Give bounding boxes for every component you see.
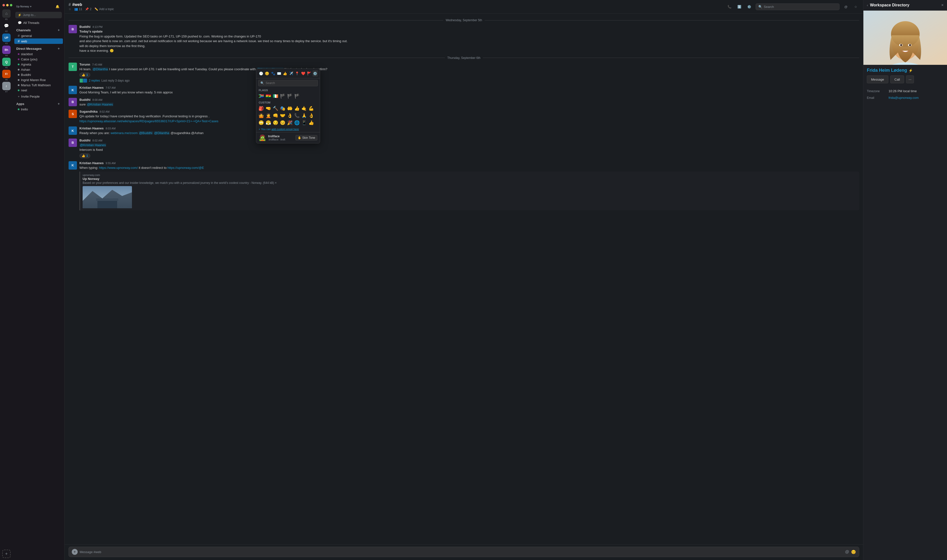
ep-tab-custom[interactable]: ⚙️ <box>313 70 318 77</box>
q-icon[interactable]: Q <box>2 58 11 66</box>
channel-members[interactable]: 👥 11 <box>74 8 82 11</box>
mention-icon[interactable]: @ <box>842 3 849 10</box>
sidebar-item-neel[interactable]: neel <box>14 88 63 93</box>
upnorway-link-1[interactable]: https://www.upnorway.com/ <box>99 166 138 169</box>
emoji-cell[interactable]: 🏴 <box>294 93 300 100</box>
sender-name[interactable]: Kristian Haanes <box>79 86 103 89</box>
add-custom-emoji-link[interactable]: add custom emoji here <box>271 128 299 131</box>
reaction-thumbsup[interactable]: 👍 1 <box>79 72 90 77</box>
up-icon[interactable]: UP <box>2 34 11 42</box>
emoji-cell[interactable]: 💪 <box>308 105 315 112</box>
emoji-cell[interactable]: 🏴 <box>279 93 286 100</box>
maximize-traffic-light[interactable] <box>10 4 12 6</box>
nav-item-home[interactable]: ⌂ #1 <box>2 9 11 20</box>
emoji-cell[interactable]: 🇿🇦 <box>258 93 265 100</box>
close-traffic-light[interactable] <box>3 4 5 6</box>
ep-tab-activity[interactable]: 👍 <box>282 70 288 77</box>
add-dm-button[interactable]: + <box>57 46 61 51</box>
sidebar-item-agneta[interactable]: Agneta <box>14 62 63 67</box>
message-profile-button[interactable]: Message <box>867 75 888 83</box>
skin-tone-button[interactable]: ✋ Skin Tone <box>296 135 317 140</box>
info-icon[interactable]: ℹ️ <box>736 3 743 10</box>
emoji-cell[interactable]: 🙄 <box>258 119 265 126</box>
emoji-cell[interactable]: 🤙 <box>300 105 308 112</box>
home-icon[interactable]: ⌂ <box>2 9 11 18</box>
channels-section-header[interactable]: Channels + <box>13 25 65 33</box>
emoji-cell[interactable]: 😊 <box>279 119 286 126</box>
sender-name[interactable]: Buddhi <box>79 98 91 102</box>
add-topic-button[interactable]: ✏️ Add a topic <box>94 8 114 11</box>
sender-name[interactable]: Kristian Haanes <box>79 126 103 130</box>
ep-tab-smileys[interactable]: 😊 <box>264 70 269 77</box>
nav-item-r[interactable]: r #7 <box>2 82 11 93</box>
invite-people-button[interactable]: + Invite People <box>14 94 63 99</box>
reaction-thumbsup-2[interactable]: 👍 1 <box>79 153 90 158</box>
star-icon[interactable]: ☆ <box>852 3 859 10</box>
thread-replies-count[interactable]: 2 replies <box>89 79 100 82</box>
emoji-cell[interactable]: 👊 <box>272 112 279 119</box>
add-channel-button[interactable]: + <box>57 28 61 32</box>
emoji-cell[interactable]: 😏 <box>272 119 279 126</box>
profile-more-button[interactable]: ··· <box>906 75 914 83</box>
channel-pins[interactable]: 📌 2 <box>85 8 91 11</box>
emoji-picker[interactable]: 🕐 😊 🐾 ✉️ 👍 ✈️ 📍 ❤️ 🚩 ⚙️ 🔍 Flags <box>256 69 320 143</box>
notification-bell-icon[interactable]: 🔔 <box>54 3 61 10</box>
emoji-search-input[interactable] <box>266 82 316 85</box>
back-button[interactable]: ‹ <box>867 3 868 7</box>
emoji-cell[interactable]: 🤲 <box>286 105 293 112</box>
qa-link[interactable]: https://upnorway.atlassian.net/wiki/spac… <box>79 119 218 123</box>
emoji-cell[interactable]: 🌐 <box>294 119 300 126</box>
call-icon[interactable]: 📞 <box>726 3 733 10</box>
nav-item-messages[interactable]: 💬 #2 <box>2 22 11 32</box>
emoji-cell[interactable]: 🇮🇪 <box>272 93 279 100</box>
emoji-cell[interactable]: 🎭 <box>279 105 286 112</box>
emoji-icon[interactable]: 😊 <box>851 550 856 554</box>
emoji-cell[interactable]: 📞 <box>294 112 300 119</box>
emoji-search[interactable]: 🔍 <box>258 80 318 86</box>
emoji-cell[interactable]: 📱 <box>300 119 308 126</box>
webinar-link[interactable]: webinara.me/zoom <box>111 131 138 135</box>
bh-icon[interactable]: Bh <box>2 46 11 54</box>
ep-tab-symbols[interactable]: ❤️ <box>300 70 306 77</box>
f-icon[interactable]: F/ <box>2 70 11 78</box>
close-button[interactable]: × <box>941 3 944 8</box>
minimize-traffic-light[interactable] <box>6 4 9 6</box>
ep-tab-recent[interactable]: 🕐 <box>258 70 263 77</box>
dm-section-header[interactable]: Direct Messages + <box>13 44 65 52</box>
thread-info[interactable]: 2 replies Last reply 3 days ago <box>79 78 859 83</box>
nav-item-f[interactable]: F/ #6 <box>2 70 11 81</box>
emoji-cell[interactable]: 😤 <box>265 119 272 126</box>
nav-item-bh[interactable]: Bh #4 <box>2 46 11 57</box>
emoji-cell[interactable]: 🔨 <box>272 105 279 112</box>
sender-name[interactable]: Buddhi <box>79 138 91 142</box>
search-label[interactable]: Search <box>764 5 774 9</box>
workspace-name[interactable]: Up Norway ▾ <box>16 5 31 8</box>
emoji-cell[interactable]: 👌 <box>308 112 315 119</box>
emoji-cell[interactable]: 👌 <box>286 112 293 119</box>
emoji-cell[interactable]: 🎒 <box>258 105 265 112</box>
sidebar-item-web[interactable]: # web <box>14 38 63 44</box>
add-workspace-button[interactable]: + <box>2 550 11 558</box>
sender-name[interactable]: Buddhi <box>79 25 91 29</box>
apps-section-header[interactable]: Apps + <box>13 99 65 107</box>
ep-tab-travel[interactable]: ✈️ <box>288 70 294 77</box>
message-attach-button[interactable]: + <box>72 549 78 555</box>
messages-area[interactable]: Wednesday, September 5th B Buddhi 4:13 P… <box>65 14 863 545</box>
sender-name[interactable]: Kristian Haanes <box>79 161 103 165</box>
sidebar-item-all-threads[interactable]: 💬 All Threads <box>14 20 63 25</box>
sidebar-item-marius[interactable]: Marius Tuft Mathisen <box>14 83 63 88</box>
message-input[interactable] <box>80 550 843 554</box>
emoji-cell[interactable]: 🏴 <box>286 93 293 100</box>
channel-star[interactable]: ☆ <box>69 8 71 11</box>
sidebar-item-buddhi[interactable]: Buddhi <box>14 72 63 77</box>
search-bar[interactable]: 🔍 Search <box>756 3 839 10</box>
nav-item-q[interactable]: Q #5 <box>2 58 11 69</box>
emoji-cell[interactable]: 👍 <box>294 105 300 112</box>
r-icon[interactable]: r <box>2 82 11 90</box>
add-app-button[interactable]: + <box>57 102 61 106</box>
call-profile-button[interactable]: Call <box>890 75 904 83</box>
sidebar-item-ashan[interactable]: Ashan <box>14 67 63 72</box>
emoji-cell[interactable]: 👍 <box>308 119 315 126</box>
sidebar-item-ingrid[interactable]: Ingrid Maren Roe <box>14 77 63 83</box>
at-mention-icon[interactable]: @ <box>845 550 849 554</box>
